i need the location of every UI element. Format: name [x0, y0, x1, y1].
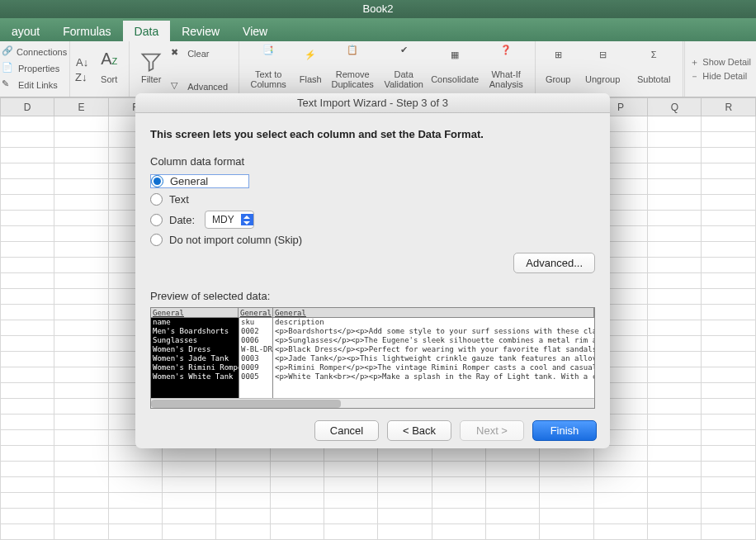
cell[interactable]: [1, 179, 54, 195]
cell[interactable]: [648, 524, 702, 540]
cell[interactable]: [378, 524, 432, 540]
cell[interactable]: [108, 524, 162, 540]
cell[interactable]: [54, 148, 108, 163]
cell[interactable]: [702, 116, 756, 132]
cell[interactable]: [593, 477, 647, 493]
radio-skip[interactable]: Do not import column (Skip): [150, 234, 595, 246]
cell[interactable]: [163, 462, 216, 477]
cell[interactable]: [54, 163, 108, 179]
cell[interactable]: [648, 367, 702, 383]
cell[interactable]: [648, 336, 702, 352]
cell[interactable]: [593, 493, 647, 509]
cell[interactable]: [648, 399, 702, 414]
cell[interactable]: [1, 289, 54, 305]
cell[interactable]: [648, 148, 702, 163]
cell[interactable]: [54, 226, 108, 242]
cell[interactable]: [1, 367, 54, 383]
cell[interactable]: [702, 242, 756, 258]
cell[interactable]: [540, 477, 593, 493]
column-header[interactable]: D: [1, 98, 54, 116]
cell[interactable]: [648, 289, 702, 305]
cell[interactable]: [54, 179, 108, 195]
cell[interactable]: [378, 493, 432, 509]
cell[interactable]: [1, 430, 54, 446]
cell[interactable]: [1, 414, 54, 430]
preview-col-2[interactable]: description<p>Boardshorts</p><p>Add some…: [273, 318, 594, 398]
hide-detail-button[interactable]: －Hide Detail: [690, 70, 747, 83]
cell[interactable]: [540, 493, 593, 509]
cell[interactable]: [702, 414, 756, 430]
finish-button[interactable]: Finish: [532, 420, 597, 441]
cell[interactable]: [54, 211, 108, 226]
cell[interactable]: [702, 320, 756, 336]
cell[interactable]: [1, 258, 54, 273]
cell[interactable]: [270, 462, 324, 477]
cell[interactable]: [163, 524, 216, 540]
cell[interactable]: [486, 509, 540, 524]
cell[interactable]: [593, 509, 647, 524]
cell[interactable]: [1, 116, 54, 132]
subtotal-button[interactable]: ΣSubtotal: [628, 50, 679, 88]
cell[interactable]: [648, 446, 702, 462]
cell[interactable]: [702, 352, 756, 367]
cell[interactable]: [648, 305, 702, 320]
cell[interactable]: [108, 462, 162, 477]
cell[interactable]: [540, 509, 593, 524]
radio-general[interactable]: General: [150, 174, 249, 188]
cell[interactable]: [108, 493, 162, 509]
cell[interactable]: [702, 336, 756, 352]
cell[interactable]: [378, 477, 432, 493]
tab-formulas[interactable]: Formulas: [51, 21, 122, 41]
cell[interactable]: [1, 493, 54, 509]
cell[interactable]: [216, 509, 270, 524]
cell[interactable]: [648, 462, 702, 477]
cell[interactable]: [54, 195, 108, 211]
cell[interactable]: [702, 179, 756, 195]
cell[interactable]: [432, 477, 485, 493]
ungroup-button[interactable]: ⊟Ungroup: [577, 50, 628, 88]
cell[interactable]: [702, 195, 756, 211]
cell[interactable]: [648, 242, 702, 258]
cell[interactable]: [702, 258, 756, 273]
cell[interactable]: [1, 132, 54, 148]
cell[interactable]: [593, 524, 647, 540]
cell[interactable]: [648, 430, 702, 446]
cell[interactable]: [702, 211, 756, 226]
cell[interactable]: [1, 509, 54, 524]
scrollbar-thumb[interactable]: [151, 400, 341, 408]
cell[interactable]: [54, 430, 108, 446]
consolidate-button[interactable]: ▦Consolidate: [429, 50, 480, 88]
cell[interactable]: [54, 493, 108, 509]
cell[interactable]: [648, 132, 702, 148]
cell[interactable]: [702, 132, 756, 148]
cell[interactable]: [54, 305, 108, 320]
cell[interactable]: [702, 273, 756, 289]
cell[interactable]: [54, 477, 108, 493]
cell[interactable]: [216, 493, 270, 509]
cell[interactable]: [486, 477, 540, 493]
cell[interactable]: [1, 399, 54, 414]
edit-links-button[interactable]: ✎Edit Links: [2, 77, 66, 92]
cell[interactable]: [163, 477, 216, 493]
cell[interactable]: [702, 383, 756, 399]
cell[interactable]: [1, 273, 54, 289]
cell[interactable]: [378, 509, 432, 524]
cell[interactable]: [1, 524, 54, 540]
cell[interactable]: [432, 462, 485, 477]
cell[interactable]: [216, 477, 270, 493]
column-header[interactable]: Q: [648, 98, 702, 116]
preview-col-1[interactable]: sku00020006W-BL-DR000300090005: [239, 318, 273, 398]
cell[interactable]: [1, 352, 54, 367]
cell[interactable]: [648, 493, 702, 509]
cell[interactable]: [54, 462, 108, 477]
cell[interactable]: [540, 524, 593, 540]
cell[interactable]: [648, 273, 702, 289]
cell[interactable]: [702, 226, 756, 242]
cell[interactable]: [648, 211, 702, 226]
clear-filter-button[interactable]: ✖Clear: [171, 46, 232, 62]
cell[interactable]: [593, 462, 647, 477]
cell[interactable]: [108, 509, 162, 524]
cell[interactable]: [702, 148, 756, 163]
cell[interactable]: [324, 509, 378, 524]
cell[interactable]: [54, 289, 108, 305]
